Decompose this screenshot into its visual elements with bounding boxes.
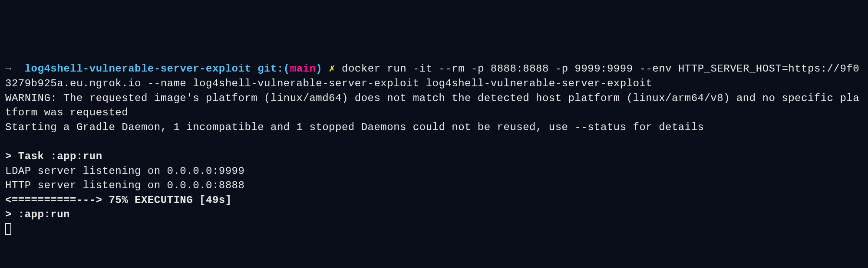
terminal-output[interactable]: → log4shell-vulnerable-server-exploit gi… bbox=[5, 62, 863, 236]
prompt-directory: log4shell-vulnerable-server-exploit bbox=[25, 63, 251, 75]
git-branch: main bbox=[290, 63, 316, 75]
output-progress: <==========---> 75% EXECUTING [49s] bbox=[5, 194, 232, 206]
git-label: git: bbox=[251, 63, 284, 75]
git-paren-close: ) bbox=[316, 63, 322, 75]
output-gradle-daemon: Starting a Gradle Daemon, 1 incompatible… bbox=[5, 121, 704, 133]
output-app-run: > :app:run bbox=[5, 209, 70, 220]
output-warning: WARNING: The requested image's platform … bbox=[5, 92, 859, 119]
prompt-arrow: → bbox=[5, 63, 25, 75]
git-dirty-mark: ✗ bbox=[322, 63, 342, 75]
terminal-cursor bbox=[5, 223, 11, 235]
output-http: HTTP server listening on 0.0.0.0:8888 bbox=[5, 180, 244, 191]
output-ldap: LDAP server listening on 0.0.0.0:9999 bbox=[5, 165, 244, 177]
output-task-header: > Task :app:run bbox=[5, 150, 102, 162]
git-paren-open: ( bbox=[284, 63, 290, 75]
